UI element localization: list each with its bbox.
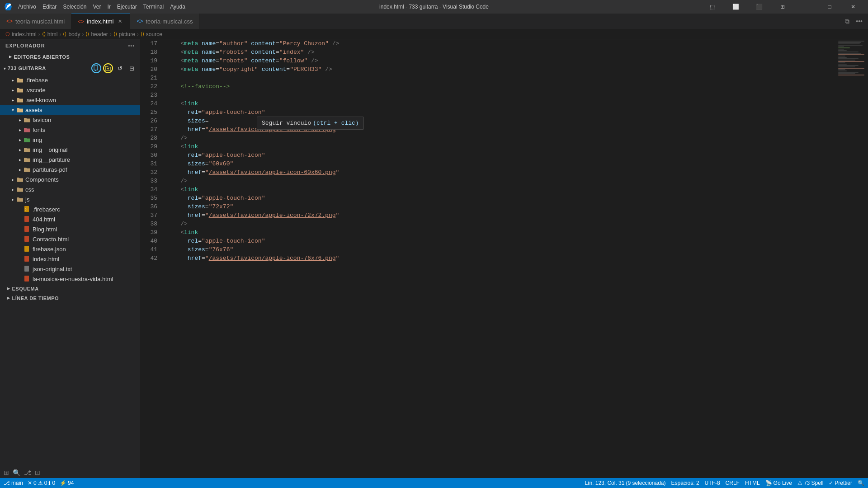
tree-item-fonts[interactable]: ▸ fonts: [0, 125, 140, 135]
tree-item-vscode[interactable]: ▸ .vscode: [0, 85, 140, 95]
menu-terminal[interactable]: Terminal: [143, 4, 164, 10]
menu-archivo[interactable]: Archivo: [18, 4, 36, 10]
new-file-button[interactable]: [91, 63, 101, 73]
sidebar-icon-1[interactable]: ⊞: [4, 469, 9, 476]
cursor-position[interactable]: Lín. 123, Col. 31 (9 seleccionada): [585, 480, 665, 486]
tree-item-firebase[interactable]: ▸ .firebase: [0, 75, 140, 85]
linea-tiempo-arrow: ▸: [7, 295, 10, 301]
line-num-36: 36: [144, 202, 157, 211]
close-button[interactable]: ✕: [843, 0, 863, 14]
language-mode[interactable]: HTML: [745, 480, 760, 486]
tree-label-firebasejson: firebase.json: [33, 246, 140, 253]
errors-count[interactable]: ✕ 0 ⚠ 0 ℹ 0: [28, 480, 55, 486]
code-editor[interactable]: <meta name="author" content="Percy Chuzo…: [162, 39, 868, 478]
tree-item-lamusica[interactable]: ▸ la-musica-en-nuestra-vida.html: [0, 274, 140, 284]
breadcrumb-bracket-icon-2: ⟨⟩: [63, 31, 66, 37]
layout-btn-1[interactable]: ⬚: [702, 0, 722, 14]
line-num-34: 34: [144, 185, 157, 194]
open-editors-section[interactable]: ▸ EDITORES ABIERTOS: [0, 52, 140, 61]
tree-item-404html[interactable]: ▸ 404.html: [0, 214, 140, 224]
spell-check[interactable]: ⚠ 73 Spell: [797, 480, 823, 486]
line-num-41: 41: [144, 245, 157, 254]
sidebar-icon-2[interactable]: 🔍: [13, 469, 20, 476]
layout-btn-4[interactable]: ⊞: [772, 0, 793, 14]
tree-item-assets[interactable]: ▾ assets: [0, 105, 140, 115]
line-ending[interactable]: CRLF: [726, 480, 740, 486]
tree-arrow-fonts: ▸: [16, 126, 24, 133]
menu-ayuda[interactable]: Ayuda: [170, 4, 185, 10]
menu-seleccion[interactable]: Selección: [63, 4, 86, 10]
folder-icon-img: [24, 136, 31, 143]
explorer-more-icon[interactable]: •••: [128, 43, 135, 48]
tree-item-indexhtml[interactable]: ▸ index.html: [0, 254, 140, 264]
menu-editar[interactable]: Editar: [42, 4, 57, 10]
breadcrumb-bracket-icon-1: ⟨⟩: [42, 31, 46, 37]
layout-btn-3[interactable]: ⬛: [749, 0, 769, 14]
live-port[interactable]: ⚡ 94: [60, 480, 74, 486]
line-num-17: 17: [144, 39, 157, 48]
maximize-button[interactable]: □: [819, 0, 840, 14]
breadcrumb-item-header[interactable]: ⟨⟩ header: [85, 31, 108, 38]
svg-rect-9: [24, 236, 29, 242]
project-header[interactable]: 733 GUITARRA: [0, 61, 140, 75]
live-port-number: 94: [68, 480, 74, 486]
file-icon-firebasejson: [24, 245, 31, 253]
minimize-button[interactable]: ―: [796, 0, 816, 14]
indentation[interactable]: Espacios: 2: [671, 480, 699, 486]
code-line-26: sizes= Seguir vínculo(ctrl + clic): [166, 117, 837, 125]
git-branch[interactable]: ⎇ main: [4, 480, 23, 486]
tree-item-bloghtml[interactable]: ▸ Blog.html: [0, 224, 140, 234]
new-folder-button[interactable]: [103, 63, 113, 73]
tree-item-js[interactable]: ▸ js: [0, 194, 140, 204]
tree-item-img-original[interactable]: ▸ img__original: [0, 145, 140, 155]
menu-ver[interactable]: Ver: [93, 4, 101, 10]
more-tabs-icon[interactable]: •••: [854, 17, 864, 26]
menu-ir[interactable]: Ir: [107, 4, 110, 10]
folder-icon-components: [16, 176, 24, 183]
tree-item-img-partiture[interactable]: ▸ img__partiture: [0, 155, 140, 164]
collapse-all-button[interactable]: ⊟: [127, 63, 137, 73]
tab-close-button[interactable]: ✕: [116, 18, 123, 25]
breadcrumb-item-picture[interactable]: ⟨⟩ picture: [113, 31, 135, 38]
refresh-button[interactable]: ↺: [115, 63, 125, 73]
sidebar-icon-3[interactable]: ⎇: [24, 469, 31, 476]
tree-item-partituras-pdf[interactable]: ▸ partituras-pdf: [0, 164, 140, 174]
tree-item-firebasejson[interactable]: ▸ firebase.json: [0, 244, 140, 254]
tree-item-firebaserc[interactable]: ▸ {} .firebaserc: [0, 204, 140, 214]
prettier[interactable]: ✓ Prettier: [829, 480, 852, 486]
linea-tiempo-section[interactable]: ▸ LÍNEA DE TIEMPO: [0, 293, 140, 303]
tab-css-icon-3: <>: [137, 18, 143, 24]
breadcrumb-bracket-icon-4: ⟨⟩: [113, 31, 117, 37]
breadcrumb-sep-1: ›: [38, 31, 40, 38]
breadcrumb: ⬡ index.html › ⟨⟩ html › ⟨⟩ body › ⟨⟩ he…: [0, 29, 868, 39]
breadcrumb-item-html[interactable]: ⟨⟩ html: [42, 31, 58, 38]
tree-item-css[interactable]: ▸ css: [0, 184, 140, 194]
code-line-34: <link: [166, 185, 837, 194]
tree-item-well-known[interactable]: ▸ .well-known: [0, 95, 140, 105]
tree-item-contactohtml[interactable]: ▸ Contacto.html: [0, 234, 140, 244]
tree-item-img[interactable]: ▸ img: [0, 135, 140, 145]
tab-index-html[interactable]: <> index.html ✕: [71, 14, 130, 29]
svg-rect-0: [94, 66, 98, 70]
tab-teoria-musical-html[interactable]: <> teoria-musical.html: [0, 14, 71, 29]
explorer-label: EXPLORADOR: [5, 43, 45, 48]
breadcrumb-item-body[interactable]: ⟨⟩ body: [63, 31, 80, 38]
encoding[interactable]: UTF-8: [705, 480, 720, 486]
golive-button[interactable]: 📡 Go Live: [765, 480, 792, 486]
breadcrumb-item-source[interactable]: ⟨⟩ source: [141, 31, 162, 38]
tab-teoria-musical-css[interactable]: <> teoria-musical.css: [130, 14, 199, 29]
tree-item-favicon[interactable]: ▸ favicon: [0, 115, 140, 125]
layout-btn-2[interactable]: ⬜: [725, 0, 746, 14]
line-num-33: 33: [144, 177, 157, 185]
tree-item-components[interactable]: ▸ Components: [0, 174, 140, 184]
tree-item-jsonoriginaltxt[interactable]: ▸ json-original.txt: [0, 264, 140, 274]
tree-label-fonts: fonts: [33, 127, 140, 133]
warning-number: 0: [44, 480, 47, 486]
folder-icon-js: [16, 196, 24, 203]
esquema-section[interactable]: ▸ ESQUEMA: [0, 284, 140, 293]
sidebar-icon-4[interactable]: ⊡: [35, 469, 40, 476]
menu-ejecutar[interactable]: Ejecutar: [117, 4, 137, 10]
search-icon-btn[interactable]: 🔍: [858, 480, 864, 486]
breadcrumb-item-file[interactable]: ⬡ index.html: [5, 31, 37, 38]
split-editor-icon[interactable]: ⧉: [843, 17, 851, 26]
